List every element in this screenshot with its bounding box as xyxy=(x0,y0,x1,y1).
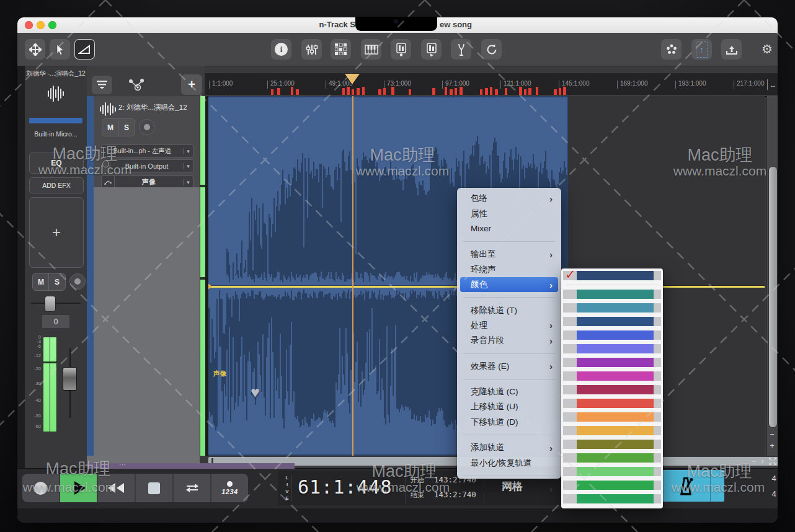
menu-item[interactable]: 录音片段› xyxy=(457,333,561,348)
menu-item[interactable]: 颜色› xyxy=(460,277,558,292)
piano-roll-button[interactable] xyxy=(361,39,381,60)
timeline-marker[interactable] xyxy=(495,89,498,95)
timeline-marker[interactable] xyxy=(271,89,273,95)
timeline-marker[interactable] xyxy=(342,88,345,95)
export-button[interactable] xyxy=(721,39,742,60)
timeline-marker[interactable] xyxy=(524,89,526,95)
playhead-handle[interactable] xyxy=(345,74,360,84)
add-audio-track-button[interactable] xyxy=(391,39,411,60)
track-list-menu-button[interactable] xyxy=(92,76,112,94)
color-swatch[interactable] xyxy=(563,358,661,367)
timeline-marker[interactable] xyxy=(485,88,488,95)
timeline-marker[interactable] xyxy=(554,89,557,95)
timeline-marker[interactable] xyxy=(296,89,299,95)
color-swatch[interactable] xyxy=(563,385,661,394)
mixer-button[interactable] xyxy=(301,39,322,60)
menu-item[interactable]: 处理› xyxy=(457,318,561,333)
timeline-marker[interactable] xyxy=(528,88,531,95)
add-instrument-track-button[interactable] xyxy=(421,39,442,60)
color-swatch[interactable] xyxy=(563,371,661,381)
select-tool-button[interactable] xyxy=(50,39,70,60)
timeline-marker[interactable] xyxy=(291,87,293,95)
timeline-marker[interactable] xyxy=(383,88,386,95)
menu-item[interactable]: 输出至› xyxy=(457,247,561,262)
menu-item[interactable]: 属性 xyxy=(457,206,561,221)
timeline-marker[interactable] xyxy=(432,88,435,95)
add-plugin-slot[interactable]: + xyxy=(29,197,84,268)
timeline-marker[interactable] xyxy=(505,88,507,95)
timeline-marker[interactable] xyxy=(519,87,522,95)
vertical-zoom-in-button[interactable]: + xyxy=(766,441,778,450)
automation-mode-button[interactable] xyxy=(125,76,148,94)
count-in-button[interactable]: 1234 xyxy=(211,474,248,502)
volume-readout[interactable]: 0 xyxy=(42,315,69,328)
timeline-marker[interactable] xyxy=(490,87,492,95)
loop-button[interactable] xyxy=(174,474,210,502)
vertical-zoom-out-button[interactable]: − xyxy=(766,430,778,439)
mute-button[interactable]: M xyxy=(32,273,50,291)
color-swatch[interactable] xyxy=(563,426,661,435)
timeline-marker[interactable] xyxy=(352,89,354,95)
sync-button[interactable] xyxy=(481,39,502,60)
color-swatch[interactable] xyxy=(563,440,661,449)
menu-item[interactable]: 环绕声 xyxy=(457,262,561,277)
timeline-marker[interactable] xyxy=(362,87,365,95)
menu-item[interactable]: 节拍修正› xyxy=(457,481,561,496)
track-arm-button[interactable] xyxy=(139,119,155,135)
vertical-scrollbar-thumb[interactable] xyxy=(768,166,778,428)
timeline-marker[interactable] xyxy=(277,88,280,95)
menu-item[interactable]: 上移轨道 (U) xyxy=(457,399,561,414)
close-window-button[interactable] xyxy=(25,21,33,29)
color-swatch[interactable] xyxy=(563,412,661,422)
vertical-scrollbar[interactable] xyxy=(766,96,778,456)
timeline-ruler[interactable]: 1:1:00025:1:00049:1:00073:1:00097:1:0001… xyxy=(205,73,778,97)
timeline-marker[interactable] xyxy=(357,88,360,95)
color-swatch[interactable] xyxy=(563,290,661,299)
add-efx-button[interactable]: ADD EFX xyxy=(29,177,84,193)
timeline-marker[interactable] xyxy=(450,89,453,95)
menu-item[interactable]: 包络› xyxy=(457,191,561,206)
fit-zoom-button[interactable] xyxy=(769,458,776,467)
menu-item[interactable]: 克隆轨道 (C) xyxy=(457,384,561,399)
solo-button[interactable]: S xyxy=(48,273,66,291)
track-mute-button[interactable]: M xyxy=(102,118,119,136)
pan-select[interactable]: 声像 ▾ xyxy=(101,175,193,188)
minimize-window-button[interactable] xyxy=(37,21,45,29)
pads-view-button[interactable] xyxy=(331,39,351,60)
color-swatch[interactable] xyxy=(563,481,661,490)
color-swatch[interactable] xyxy=(563,330,661,340)
timeline-marker[interactable] xyxy=(460,87,463,95)
track-solo-button[interactable]: S xyxy=(118,118,135,136)
menu-item[interactable]: 下移轨道 (D) xyxy=(457,415,561,430)
pan-slider-handle[interactable] xyxy=(45,296,56,312)
color-swatch[interactable] xyxy=(563,317,661,326)
envelope-node-icon[interactable] xyxy=(208,283,212,290)
tuner-button[interactable] xyxy=(451,39,471,60)
add-track-button[interactable]: + xyxy=(181,74,202,95)
time-signature-bottom[interactable]: 4 xyxy=(769,489,778,499)
fade-tool-button[interactable] xyxy=(74,39,95,60)
timeline-marker[interactable] xyxy=(445,87,447,95)
color-swatch[interactable] xyxy=(563,494,661,503)
color-swatch[interactable] xyxy=(563,467,661,476)
horizontal-zoom-in-button[interactable]: + xyxy=(760,457,765,466)
timeline-marker[interactable] xyxy=(409,89,411,95)
zoom-window-button[interactable] xyxy=(48,21,56,29)
menu-item[interactable]: Mixer xyxy=(457,221,561,236)
minimized-track-row[interactable]: ⋯ xyxy=(87,463,295,469)
stop-button[interactable] xyxy=(136,474,172,502)
menu-item[interactable]: 效果器 (E)› xyxy=(457,359,561,374)
color-swatch[interactable] xyxy=(563,399,661,408)
menu-item[interactable]: 移除轨道 (T) xyxy=(457,303,561,317)
settings-gear-icon[interactable]: ⚙ xyxy=(762,42,773,56)
timeline-marker[interactable] xyxy=(378,89,381,95)
time-signature-top[interactable]: 4 xyxy=(769,474,778,483)
color-swatch[interactable] xyxy=(563,344,661,353)
timeline-marker[interactable] xyxy=(480,89,482,95)
info-button[interactable]: i xyxy=(271,39,291,60)
volume-fader-handle[interactable] xyxy=(63,367,77,391)
timeline-marker[interactable] xyxy=(347,87,350,95)
horizontal-zoom-out-button[interactable]: − xyxy=(752,457,756,466)
color-swatch[interactable]: ✓ xyxy=(563,271,661,280)
ruler-range-icon[interactable]: ↔ xyxy=(767,79,778,90)
